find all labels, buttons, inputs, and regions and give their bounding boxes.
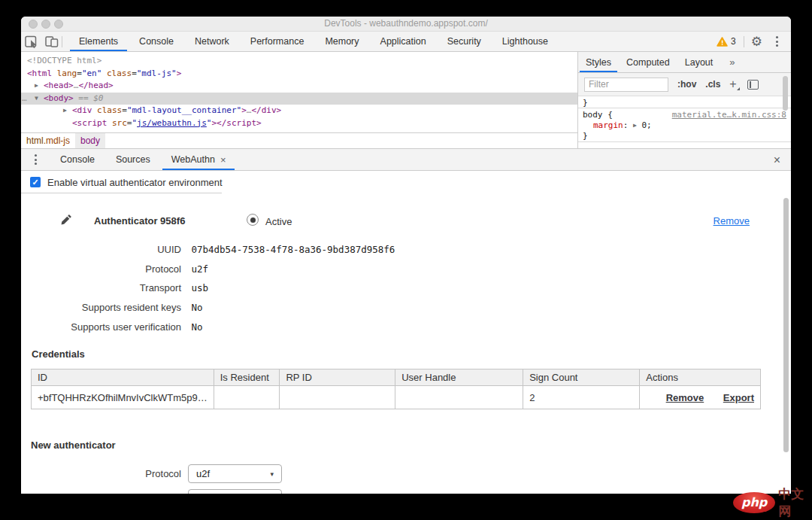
- close-window-button[interactable]: [29, 20, 38, 29]
- remove-authenticator-link[interactable]: Remove: [714, 215, 750, 227]
- css-source-link[interactable]: material.te…k.min.css:8: [672, 110, 786, 120]
- edit-pencil-icon[interactable]: [60, 214, 72, 229]
- styles-filter-input[interactable]: [584, 78, 668, 92]
- credential-actions: Remove Export: [640, 386, 761, 409]
- toggle-class-button[interactable]: .cls: [705, 79, 720, 90]
- tab-lighthouse[interactable]: Lighthouse: [492, 32, 559, 51]
- dom-token-attr: class: [92, 105, 123, 115]
- close-webauthn-tab-icon[interactable]: ×: [220, 154, 226, 166]
- tab-computed[interactable]: Computed: [619, 52, 677, 72]
- tab-network[interactable]: Network: [184, 32, 240, 51]
- dom-token-tag: </script>: [217, 118, 262, 128]
- site-watermark: php 中文网: [733, 485, 812, 520]
- tab-console[interactable]: Console: [129, 32, 184, 51]
- column-rp-id: RP ID: [280, 369, 395, 386]
- credential-rp-id: [280, 386, 395, 409]
- dom-token-attr: src: [107, 118, 127, 128]
- warning-count: 3: [731, 36, 736, 47]
- field-user-verification: Supports user verification No: [27, 321, 203, 333]
- drawer-tabs: Console Sources WebAuthn × ×: [21, 149, 791, 171]
- dom-token-plain: =: [77, 68, 82, 78]
- field-transport: Transport usb: [27, 282, 208, 294]
- dom-token-val: "mdl-js": [137, 68, 177, 78]
- dom-tree-node[interactable]: <script src="js/webauthn.js"></script>: [21, 117, 577, 130]
- dom-token-val: "en": [82, 68, 102, 78]
- css-selector[interactable]: body: [583, 110, 603, 120]
- enable-virtual-authenticator-checkbox[interactable]: ✓: [30, 177, 41, 187]
- remove-credential-link[interactable]: Remove: [666, 392, 704, 403]
- colon: :: [623, 120, 633, 130]
- dom-token-plain: =: [122, 105, 127, 115]
- css-rule: material.te…k.min.css:8 body { margin: ▶…: [578, 108, 791, 142]
- toolbar-separator: [62, 36, 62, 47]
- enable-virtual-authenticator-label: Enable virtual authenticator environment: [47, 177, 223, 188]
- dom-token-attr: lang: [52, 68, 77, 78]
- rule-close-brace: }: [583, 131, 786, 141]
- dom-token-attr: class: [102, 68, 132, 78]
- credential-row: +bfTQHHRzKOfhilMnvIvClkWTm5p9… 2 Remove …: [32, 386, 761, 409]
- dom-token-tag: <div: [72, 105, 92, 115]
- styles-scrollbar[interactable]: [783, 76, 788, 111]
- tab-performance[interactable]: Performance: [240, 32, 315, 51]
- dom-tree-node[interactable]: <html lang="en" class="mdl-js">: [21, 68, 577, 81]
- expand-arrow-icon[interactable]: ▶: [35, 80, 44, 93]
- tab-security[interactable]: Security: [437, 32, 492, 51]
- drawer-scrollbar[interactable]: [783, 198, 789, 452]
- breadcrumb-html[interactable]: html.mdl-js: [21, 133, 75, 148]
- breadcrumb: html.mdl-js body: [21, 132, 577, 148]
- active-radio[interactable]: [247, 214, 259, 226]
- column-actions: Actions: [640, 369, 761, 386]
- tab-elements[interactable]: Elements: [68, 32, 129, 51]
- transport-select-partial[interactable]: [188, 489, 282, 494]
- new-authenticator-heading: New authenticator: [31, 439, 116, 451]
- toggle-hover-state-button[interactable]: :hov: [677, 79, 696, 90]
- tab-application[interactable]: Application: [370, 32, 437, 51]
- zoom-window-button[interactable]: [54, 20, 63, 29]
- drawer-tab-sources[interactable]: Sources: [105, 149, 161, 170]
- protocol-label: Protocol: [27, 468, 181, 479]
- export-credential-link[interactable]: Export: [723, 392, 754, 403]
- tab-styles[interactable]: Styles: [578, 52, 619, 72]
- overflow-dots-icon: …: [22, 93, 27, 105]
- drawer-tab-webauthn[interactable]: WebAuthn ×: [161, 149, 237, 170]
- breadcrumb-body[interactable]: body: [75, 133, 105, 148]
- more-options-menu-icon[interactable]: [769, 36, 785, 47]
- styles-rules: } material.te…k.min.css:8 body { margin:…: [578, 96, 791, 142]
- credential-id: +bfTQHHRzKOfhilMnvIvClkWTm5p9…: [32, 386, 214, 409]
- expand-property-icon[interactable]: ▶: [633, 122, 637, 129]
- open-brace: {: [607, 110, 613, 120]
- dom-tree-node[interactable]: ▶<div class="mdl-layout__container">…</d…: [21, 105, 577, 117]
- styles-filter-bar: :hov .cls +: [578, 73, 791, 96]
- dom-tree-node[interactable]: <!DOCTYPE html>: [21, 55, 577, 68]
- tab-memory[interactable]: Memory: [314, 32, 369, 51]
- protocol-select[interactable]: u2f ▾: [188, 464, 282, 483]
- minimize-window-button[interactable]: [41, 20, 50, 29]
- toolbar-right: 3 ⚙: [709, 32, 791, 51]
- expand-arrow-icon[interactable]: ▶: [63, 105, 72, 117]
- sidebar-layout-icon[interactable]: [747, 80, 759, 90]
- credential-is-resident: [214, 386, 280, 409]
- titlebar: DevTools - webauthndemo.appspot.com/: [21, 17, 791, 32]
- overflow-tabs-icon[interactable]: »: [722, 52, 742, 72]
- field-protocol: Protocol u2f: [27, 263, 208, 275]
- css-property-name[interactable]: margin: [593, 120, 623, 130]
- dom-tree-node[interactable]: …▼<body> == $0: [21, 93, 577, 105]
- issues-warning-badge[interactable]: 3: [709, 36, 744, 47]
- collapse-arrow-icon[interactable]: ▼: [35, 93, 44, 105]
- close-drawer-icon[interactable]: ×: [771, 149, 783, 171]
- active-label[interactable]: Active: [265, 216, 292, 227]
- credentials-heading: Credentials: [32, 348, 85, 360]
- css-property-value[interactable]: 0;: [641, 120, 651, 130]
- settings-gear-icon[interactable]: ⚙: [744, 35, 769, 48]
- credential-user-handle: [395, 386, 523, 409]
- drawer-menu-icon[interactable]: [21, 149, 50, 170]
- tab-layout[interactable]: Layout: [677, 52, 721, 72]
- drawer-tab-console[interactable]: Console: [50, 149, 105, 170]
- field-resident-keys: Supports resident keys No: [27, 302, 203, 314]
- device-toolbar-icon[interactable]: [41, 32, 62, 51]
- webauthn-content: Authenticator 958f6 Active Remove UUID 0…: [21, 193, 791, 494]
- inspect-element-icon[interactable]: [21, 32, 41, 51]
- new-style-rule-button[interactable]: +: [729, 78, 736, 90]
- dom-token-tag: </div>: [251, 105, 281, 115]
- dom-tree-node[interactable]: ▶<head>…</head>: [21, 80, 577, 93]
